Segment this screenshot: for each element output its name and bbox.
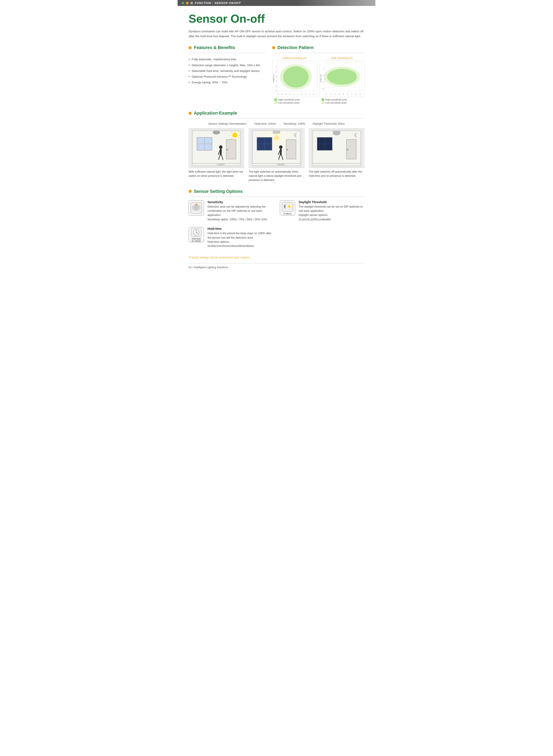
scene3-caption: The light switches off automatically aft… [309,170,365,178]
svg-text:7: 7 [351,93,352,95]
svg-text:2: 2 [330,93,331,95]
sensor-options-section: Sensor Setting Options [188,189,365,259]
detection-pattern-area: Ceiling mounting (m) [272,57,365,104]
factory-note: *Factory settings can be customized upon… [188,256,365,259]
header-title: FUNCTION - SENSOR ON/OFF [195,1,241,5]
wall-legend-high-box [322,98,324,101]
wall-legend-low: Low sensitivity area [322,101,346,104]
scene2-illustration [249,129,304,168]
svg-point-78 [276,164,285,166]
wall-svg-container: 1 2 3 4 5 6 7 8 9 1 2 3 [319,61,365,97]
wall-chart: Wall mounting (m) [319,57,365,104]
header-dot-green [181,2,184,4]
sensitivity-text: Sensitivity Detection area can be adjust… [208,200,273,222]
footer-tagline: / Intelligent Lighting Solutions [192,266,228,269]
svg-text:1: 1 [326,93,327,95]
svg-text:1: 1 [297,93,298,95]
svg-rect-62 [273,131,280,134]
sensor-options-left: Sensitivity Detection area can be adjust… [188,200,273,254]
header-dot-orange [186,2,188,4]
holdtime-title: Hold-time [208,227,273,230]
sensitivity-title: Sensitivity [208,200,273,204]
svg-text:1: 1 [293,93,294,95]
svg-text:Height (m): Height (m) [320,74,322,82]
application-title: Application Example [194,110,237,116]
holdtime-desc: Hold-time is the period the lamp stays o… [208,231,273,248]
svg-text:2: 2 [301,93,302,95]
feature-item: Detection range (diameter x height): Max… [188,63,265,68]
svg-text:5: 5 [343,93,344,95]
svg-text:2: 2 [323,75,324,77]
feature-item: Energy saving: 50% ~ 70%. [188,80,265,85]
sensor-settings-label: Sensor Settings Demostration: [208,122,247,125]
page-title: Sensor On-off [188,12,365,25]
svg-point-88 [347,149,348,150]
daylight-item: 2~50Lux Daylight Threshold The daylight … [280,200,365,222]
sensor-options-title: Sensor Setting Options [194,189,243,194]
legend-low-box [274,101,277,104]
svg-text:5: 5 [278,93,279,95]
svg-text:3: 3 [285,93,287,95]
scene2-caption: The light switches on automatically when… [249,170,304,182]
svg-text:Height (m): Height (m) [273,74,274,82]
scene1-svg [189,129,244,168]
wall-svg: 1 2 3 4 5 6 7 8 9 1 2 3 [320,61,364,96]
svg-point-72 [279,146,283,149]
svg-point-51 [219,146,223,149]
feature-item: Optional Photocell Advance™ Technology. [188,74,265,80]
scene3-illustration [309,129,365,168]
sensitivity-value: Sensitivity: 100% [283,122,305,125]
svg-point-71 [287,149,288,150]
wall-legend-high: High sensitivity area [322,98,347,101]
wall-legend-high-label: High sensitivity area [325,98,347,101]
legend-high-label: High sensitivity area [278,98,300,101]
features-list: Fully automatic, maintenance free. Detec… [188,57,265,85]
svg-text:4: 4 [309,93,310,95]
svg-text:4: 4 [275,80,277,82]
svg-point-57 [217,164,225,166]
svg-text:3: 3 [275,75,277,77]
legend-low-label: Low sensitivity area [278,101,299,104]
application-divider [188,118,365,119]
detection-col: Detection Pattern Ceiling mounting (m) [272,45,365,104]
application-dot [188,112,192,115]
daylight-text: Daylight Threshold The daylight threshol… [299,200,365,222]
svg-point-42 [232,133,238,138]
daylight-threshold-value: Daylight Threshold: 50lux [313,122,345,125]
holdtime-svg [190,227,203,237]
features-dot [188,46,192,49]
daylight-title: Daylight Threshold [299,200,365,204]
scene1-illustration [188,129,244,168]
holdtime-icon: Hold-time5s~30min [188,227,204,242]
scene2-svg [249,129,304,168]
holdtime-text: Hold-time Hold-time is the period the la… [208,227,273,248]
sensor-options-header: Sensor Setting Options [188,189,365,194]
daylight-icon: 2~50Lux [280,200,295,216]
holdtime-item: Hold-time5s~30min Hold-time Hold-time is… [188,227,273,248]
sensitivity-desc: Detection area can be adjusted by select… [208,205,273,222]
svg-text:2: 2 [275,71,277,73]
header-bar: FUNCTION - SENSOR ON/OFF [178,0,375,6]
wall-title: Wall mounting (m) [319,57,365,60]
wall-legend: High sensitivity area Low sensitivity ar… [319,98,365,104]
svg-point-98 [196,232,197,233]
scene3-svg [309,129,364,168]
features-col: Features & Benefits Fully automatic, mai… [188,45,265,104]
svg-text:4: 4 [338,93,339,95]
detection-title: Detection Pattern [278,45,314,50]
app-images-row: With sufficient natural light, the light… [188,129,365,182]
svg-text:4: 4 [281,93,283,95]
svg-text:5: 5 [313,93,314,95]
scene1-caption: With sufficient natural light, the light… [188,170,244,178]
application-section: Application Example Sensor Settings Demo… [188,110,365,182]
sensor-options-dot [188,190,192,193]
svg-text:3: 3 [305,93,306,95]
legend-high: High sensitivity area [274,98,300,101]
daylight-desc: The daylight threshold can be set on DIP… [299,205,365,222]
sensor-settings-bar: Sensor Settings Demostration: Hold-time:… [188,122,365,125]
features-header: Features & Benefits [188,45,265,50]
sensitivity-item: Sensitivity Detection area can be adjust… [188,200,273,222]
feature-item: Selectable hold-time, sensitivity and da… [188,68,265,74]
sensitivity-icon [188,200,204,216]
page-footer: 61 / Intelligent Lighting Solutions [188,263,365,269]
